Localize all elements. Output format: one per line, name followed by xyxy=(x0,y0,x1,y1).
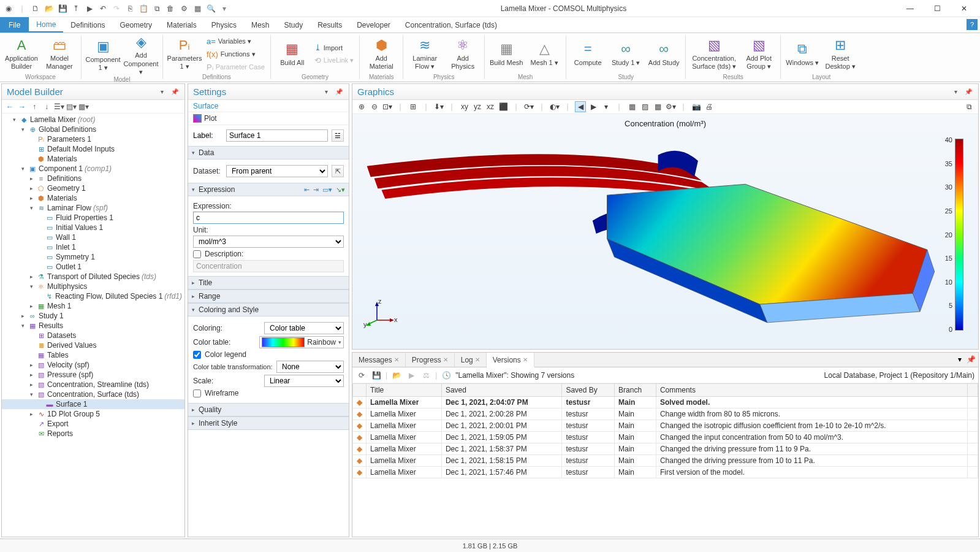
go-xy-icon[interactable]: ⬇▾ xyxy=(433,101,444,112)
expr-add-icon[interactable]: ↘▾ xyxy=(336,186,345,194)
tree-item-global-definitions[interactable]: ▾⊕Global Definitions xyxy=(2,125,184,134)
minimize-icon[interactable]: — xyxy=(897,0,924,17)
scene-light-icon[interactable]: ◐▾ xyxy=(549,101,560,112)
undo-icon[interactable]: ↶ xyxy=(97,2,109,15)
tree-item-mesh-1[interactable]: ▸▦Mesh 1 xyxy=(2,301,184,311)
tree-item-initial-values-1[interactable]: ▭Initial Values 1 xyxy=(2,223,184,232)
menu-item-home[interactable]: Home xyxy=(29,17,63,33)
xz-icon[interactable]: xz xyxy=(485,101,496,112)
functions-button[interactable]: f(x)Functions ▾ xyxy=(205,48,267,60)
forward-icon[interactable]: → xyxy=(17,101,28,112)
expr-insert-icon[interactable]: ⇤ xyxy=(304,186,310,194)
tree-item-multiphysics[interactable]: ▾⚛Multiphysics xyxy=(2,282,184,291)
menu-item-mesh[interactable]: Mesh xyxy=(244,17,276,33)
find-icon[interactable]: ⚙ xyxy=(178,2,190,15)
paste-icon[interactable]: 📋 xyxy=(137,2,150,15)
tree-item-concentration-streamline-tds-[interactable]: ▸▧Concentration, Streamline (tds) xyxy=(2,380,184,389)
delete-icon[interactable]: 🗑 xyxy=(164,2,177,15)
parameters-button[interactable]: PᵢParameters 1 ▾ xyxy=(167,37,202,71)
select-boundary-icon[interactable]: ▶ xyxy=(588,101,599,112)
tab-log[interactable]: Log✕ xyxy=(455,353,487,367)
description-checkbox[interactable] xyxy=(193,250,201,258)
tree-item-datasets[interactable]: ⊞Datasets xyxy=(2,331,184,340)
section-expression[interactable]: ▾Expression ⇤ ⇥ ▭▾ ↘▾ xyxy=(188,183,349,196)
tree-item-component-1[interactable]: ▾▣Component 1(comp1) xyxy=(2,164,184,174)
table-row[interactable]: ◆Lamella MixerDec 1, 2021, 2:00:28 PMtes… xyxy=(353,408,978,420)
show-icon[interactable]: ☰▾ xyxy=(53,101,64,112)
tree-item-export[interactable]: ↗Export xyxy=(2,419,184,429)
table-row[interactable]: ◆Lamella MixerDec 1, 2021, 1:58:37 PMtes… xyxy=(353,443,978,455)
tree-item-outlet-1[interactable]: ▭Outlet 1 xyxy=(2,262,184,272)
tab-progress[interactable]: Progress✕ xyxy=(406,353,455,367)
tree-item-wall-1[interactable]: ▭Wall 1 xyxy=(2,232,184,242)
copy-icon[interactable]: ⎘ xyxy=(124,2,136,15)
wireframe-checkbox[interactable] xyxy=(193,389,201,397)
select-icon[interactable]: ▦ xyxy=(191,2,203,15)
variables-button[interactable]: a=Variables ▾ xyxy=(205,35,267,47)
windows-button[interactable]: ⧉Windows ▾ xyxy=(784,41,820,67)
expression-input[interactable] xyxy=(193,212,344,224)
tree-item-default-model-inputs[interactable]: ⊞Default Model Inputs xyxy=(2,144,184,154)
tab-versions[interactable]: Versions✕ xyxy=(487,353,534,367)
section-quality[interactable]: ▸Quality xyxy=(188,403,349,416)
column-header[interactable] xyxy=(353,384,367,397)
default-view-icon[interactable]: ⬛ xyxy=(498,101,509,112)
open-icon[interactable]: 📂 xyxy=(43,2,55,15)
application-builder-button[interactable]: AApplication Builder xyxy=(4,37,39,71)
table-row[interactable]: ◆Lamella MixerDec 1, 2021, 1:57:46 PMtes… xyxy=(353,467,978,478)
tree-item-concentration-surface-tds-[interactable]: ▾▧Concentration, Surface (tds) xyxy=(2,389,184,399)
coloring-select[interactable]: Color table xyxy=(264,322,344,334)
qat-dropdown-icon[interactable]: ▾ xyxy=(218,2,230,15)
column-header[interactable]: Branch xyxy=(615,384,656,397)
section-title[interactable]: ▸Title xyxy=(188,276,349,289)
table-row[interactable]: ◆Lamella MixerDec 1, 2021, 2:00:01 PMtes… xyxy=(353,420,978,432)
scale-select[interactable]: Linear xyxy=(264,375,344,387)
plot-button[interactable]: Plot xyxy=(188,112,349,125)
run-icon[interactable]: ▶ xyxy=(83,2,96,15)
panel-dropdown-icon[interactable]: ▾ xyxy=(955,353,964,367)
laminar-flow-button[interactable]: ≋Laminar Flow ▾ xyxy=(407,37,443,71)
tree-item-results[interactable]: ▾▦Results xyxy=(2,321,184,331)
close-icon[interactable]: ✕ xyxy=(951,0,978,17)
duplicate-icon[interactable]: ⧉ xyxy=(151,2,163,15)
table-row[interactable]: ◆Lamella MixerDec 1, 2021, 1:59:05 PMtes… xyxy=(353,432,978,443)
collapse-icon[interactable]: ▤▾ xyxy=(66,101,77,112)
color-legend-checkbox[interactable] xyxy=(193,351,201,359)
tab-close-icon[interactable]: ✕ xyxy=(523,356,528,363)
colortable-dropdown-icon[interactable]: ▾ xyxy=(338,339,341,345)
section-coloring[interactable]: ▾Coloring and Style xyxy=(188,303,349,316)
zoom-box-icon[interactable]: ⊡▾ xyxy=(382,101,393,112)
expr-select-icon[interactable]: ▭▾ xyxy=(322,186,332,194)
panel-dropdown-icon[interactable]: ▾ xyxy=(161,88,169,95)
column-header[interactable]: Saved By xyxy=(562,384,615,397)
preview-icon[interactable]: 🔍 xyxy=(205,2,217,15)
redo-icon[interactable]: ↷ xyxy=(110,2,123,15)
toggle-3-icon[interactable]: ▦ xyxy=(652,101,663,112)
detach-icon[interactable]: ⧉ xyxy=(963,101,974,112)
zoom-out-icon[interactable]: ⊖ xyxy=(369,101,380,112)
tree-item-geometry-1[interactable]: ▸⬠Geometry 1 xyxy=(2,183,184,193)
back-icon[interactable]: ← xyxy=(4,101,15,112)
tree-item-fluid-properties-1[interactable]: ▭Fluid Properties 1 xyxy=(2,213,184,223)
dataset-goto-icon[interactable]: ⇱ xyxy=(332,165,344,177)
select-domain-icon[interactable]: ◀ xyxy=(575,101,586,112)
column-header[interactable]: Saved xyxy=(441,384,562,397)
rotate-icon[interactable]: ⟳▾ xyxy=(523,101,534,112)
column-header[interactable]: Comments xyxy=(656,384,967,397)
select-dropdown-icon[interactable]: ▾ xyxy=(601,101,612,112)
parameter-case-button[interactable]: PᵢParameter Case xyxy=(205,61,267,73)
expr-replace-icon[interactable]: ⇥ xyxy=(313,186,319,194)
component-button[interactable]: ▣Component 1 ▾ xyxy=(85,39,121,72)
new-icon[interactable]: 🗋 xyxy=(29,2,42,15)
toggle-4-icon[interactable]: ⚙▾ xyxy=(665,101,676,112)
add-physics-button[interactable]: ⚛Add Physics xyxy=(445,37,481,71)
build-mesh-button[interactable]: ▦Build Mesh xyxy=(488,41,524,67)
save-version-icon[interactable]: 💾 xyxy=(371,370,382,381)
tree-item-materials[interactable]: ▸⬢Materials xyxy=(2,193,184,203)
panel-pin-icon[interactable]: 📌 xyxy=(964,353,978,367)
tree-item-1d-plot-group-5[interactable]: ▸∿1D Plot Group 5 xyxy=(2,409,184,419)
add-component-button[interactable]: ◈Add Component ▾ xyxy=(123,34,159,76)
tree-item-materials[interactable]: ⬢Materials xyxy=(2,154,184,164)
maximize-icon[interactable]: ☐ xyxy=(924,0,951,17)
expand-icon[interactable]: ▦▾ xyxy=(78,101,89,112)
